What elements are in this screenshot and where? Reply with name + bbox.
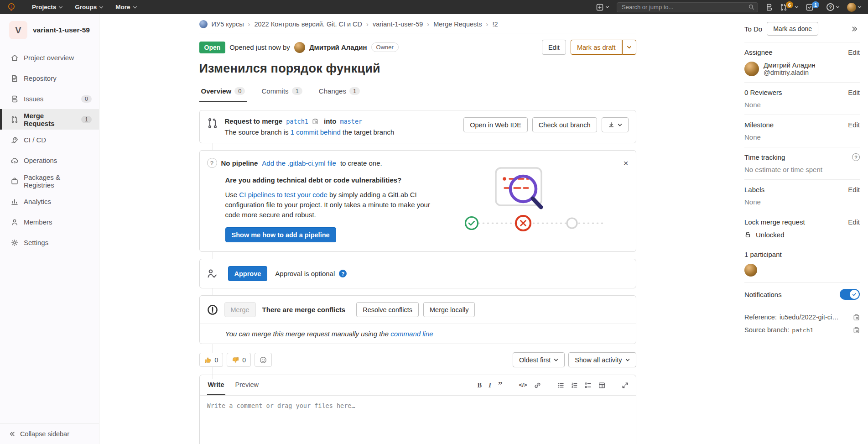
nav-more[interactable]: More xyxy=(111,1,141,13)
italic-button[interactable]: I xyxy=(489,381,491,389)
edit-button[interactable]: Edit xyxy=(542,40,566,55)
nav-groups[interactable]: Groups xyxy=(70,1,108,13)
download-dropdown-button[interactable] xyxy=(602,117,629,132)
thumbs-down-button[interactable]: 0 xyxy=(227,353,251,367)
behind-text-post: the target branch xyxy=(343,128,394,136)
breadcrumb-merge-requests[interactable]: Merge Requests xyxy=(433,21,482,28)
participant-avatar[interactable] xyxy=(744,264,757,277)
open-in-web-ide-button[interactable]: Open in Web IDE xyxy=(463,117,528,132)
task-list-button[interactable] xyxy=(585,382,592,389)
chevron-down-icon xyxy=(618,123,622,127)
chevron-down-icon xyxy=(133,5,137,10)
check-out-branch-button[interactable]: Check out branch xyxy=(532,117,597,132)
mark-as-draft-button[interactable]: Mark as draft xyxy=(571,40,622,55)
milestone-edit-button[interactable]: Edit xyxy=(848,121,860,129)
show-pipeline-howto-button[interactable]: Show me how to add a pipeline xyxy=(225,227,336,242)
table-button[interactable] xyxy=(598,382,605,389)
sidebar-item-members[interactable]: Members xyxy=(0,212,99,232)
reviewers-block: 0 Reviewers Edit None xyxy=(744,83,860,115)
code-button[interactable]: </> xyxy=(519,382,527,388)
breadcrumb-subgroup[interactable]: 2022 Контроль версий. Git. CI и CD xyxy=(254,21,362,28)
sidebar-item-repository[interactable]: Repository xyxy=(0,68,99,89)
ci-pipelines-link[interactable]: CI pipelines to test your code xyxy=(239,191,327,198)
notifications-toggle[interactable] xyxy=(840,289,860,300)
command-line-link[interactable]: command line xyxy=(390,330,433,338)
new-menu-button[interactable] xyxy=(596,4,609,11)
copy-source-branch-button[interactable] xyxy=(853,327,860,334)
chevron-down-icon xyxy=(99,5,104,10)
package-icon xyxy=(11,178,18,185)
sidebar-item-operations[interactable]: Operations xyxy=(0,150,99,171)
merge-request-count-badge: 6 xyxy=(786,1,793,8)
author-name[interactable]: Дмитрий Аладин xyxy=(309,43,367,51)
lock-value: Unlocked xyxy=(756,231,785,239)
comment-textarea[interactable] xyxy=(207,402,629,444)
bullet-list-button[interactable] xyxy=(557,382,564,389)
collapse-right-sidebar-button[interactable] xyxy=(849,24,860,34)
todos-button[interactable]: 1 xyxy=(806,4,819,11)
breadcrumb-current: !2 xyxy=(492,21,498,28)
tab-commits[interactable]: Commits 1 xyxy=(260,81,304,102)
add-reaction-button[interactable] xyxy=(255,353,272,367)
reviewers-edit-button[interactable]: Edit xyxy=(848,89,860,96)
approve-button[interactable]: Approve xyxy=(228,266,268,281)
mark-as-done-button[interactable]: Mark as done xyxy=(767,22,818,36)
sidebar-item-analytics[interactable]: Analytics xyxy=(0,191,99,212)
sidebar-item-ci-cd[interactable]: CI / CD xyxy=(0,130,99,150)
commits-behind-link[interactable]: 1 commit behind xyxy=(291,128,341,136)
lock-edit-button[interactable]: Edit xyxy=(848,218,860,226)
time-tracking-title: Time tracking xyxy=(744,153,785,161)
labels-edit-button[interactable]: Edit xyxy=(848,186,860,193)
sort-dropdown-button[interactable]: Oldest first xyxy=(513,352,565,367)
sidebar-item-merge-requests[interactable]: Merge Requests 1 xyxy=(0,109,99,130)
group-avatar xyxy=(199,20,208,28)
quote-button[interactable]: ” xyxy=(498,383,503,387)
sidebar-item-settings[interactable]: Settings xyxy=(0,232,99,253)
search-icon xyxy=(748,4,754,10)
merge-locally-button[interactable]: Merge locally xyxy=(423,302,475,317)
assignee-name[interactable]: Дмитрий Аладин xyxy=(764,62,816,69)
copy-branch-button[interactable] xyxy=(312,118,318,125)
tab-changes[interactable]: Changes 1 xyxy=(317,81,362,102)
preview-tab[interactable]: Preview xyxy=(234,375,260,395)
time-tracking-block: Time tracking ? No estimate or time spen… xyxy=(744,147,860,179)
merge-button[interactable]: Merge xyxy=(224,302,256,317)
search-input[interactable] xyxy=(617,2,758,12)
thumbs-up-button[interactable]: 0 xyxy=(199,353,223,367)
copy-reference-button[interactable] xyxy=(853,314,860,321)
fullscreen-button[interactable] xyxy=(622,382,629,389)
help-menu-button[interactable]: ? xyxy=(826,3,840,11)
nav-projects[interactable]: Projects xyxy=(27,1,68,13)
assignee-edit-button[interactable]: Edit xyxy=(848,48,860,56)
add-gitlab-ci-link[interactable]: Add the .gitlab-ci.yml file xyxy=(262,159,336,167)
project-home-link[interactable]: V variant-1-user-59 xyxy=(0,14,99,45)
top-navigation-bar: Projects Groups More 6 xyxy=(0,0,868,14)
sidebar-item-project-overview[interactable]: Project overview xyxy=(0,47,99,68)
breadcrumb-project[interactable]: variant-1-user-59 xyxy=(373,21,423,28)
target-branch-link[interactable]: master xyxy=(340,118,362,125)
breadcrumb-separator: › xyxy=(486,21,489,28)
breadcrumb-group[interactable]: ИУ5 курсы xyxy=(212,21,244,28)
sidebar-item-packages-registries[interactable]: Packages & Registries xyxy=(0,171,99,191)
numbered-list-button[interactable] xyxy=(571,382,578,389)
source-branch-link[interactable]: patch1 xyxy=(286,118,308,125)
issues-dashboard-button[interactable] xyxy=(765,4,773,11)
close-icon[interactable]: × xyxy=(623,159,628,167)
assignee-username[interactable]: @dmitriy.aladin xyxy=(764,69,816,76)
gitlab-logo[interactable] xyxy=(6,2,16,12)
resolve-conflicts-button[interactable]: Resolve conflicts xyxy=(356,302,419,317)
author-avatar xyxy=(294,42,305,53)
activity-filter-dropdown-button[interactable]: Show all activity xyxy=(568,352,636,367)
link-button[interactable] xyxy=(534,382,541,389)
bold-button[interactable]: B xyxy=(478,381,482,389)
user-menu-button[interactable] xyxy=(847,3,862,12)
collapse-sidebar-button[interactable]: Collapse sidebar xyxy=(0,423,99,444)
assignee-avatar[interactable] xyxy=(744,62,759,76)
write-tab[interactable]: Write xyxy=(207,375,225,395)
approval-help-icon[interactable]: ? xyxy=(339,270,347,277)
tab-overview[interactable]: Overview 0 xyxy=(199,81,247,102)
draft-dropdown-button[interactable] xyxy=(622,40,636,55)
time-tracking-help-icon[interactable]: ? xyxy=(852,153,860,161)
merge-requests-dropdown-button[interactable]: 6 xyxy=(780,4,799,11)
sidebar-item-issues[interactable]: Issues 0 xyxy=(0,89,99,109)
